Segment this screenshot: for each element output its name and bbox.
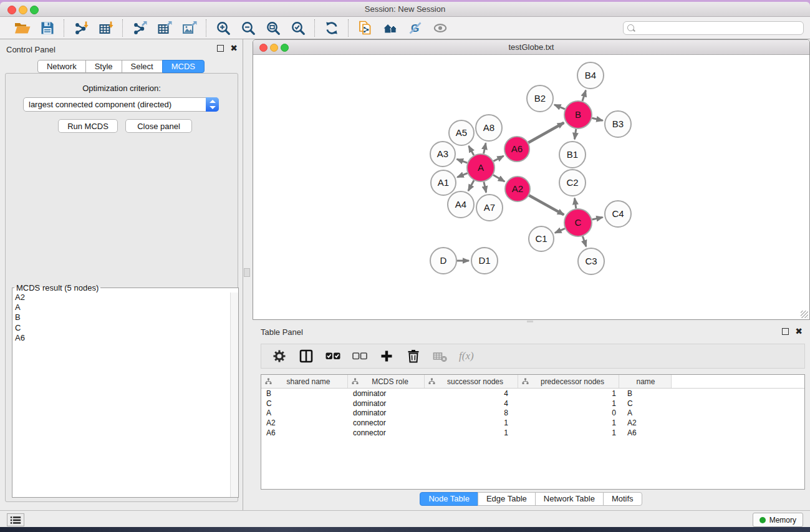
cell-predecessor-nodes[interactable]: 1 <box>518 428 619 437</box>
cell-successor-nodes[interactable]: 1 <box>425 418 518 427</box>
float-table-panel-icon[interactable] <box>782 328 789 335</box>
settings-icon[interactable] <box>271 348 287 364</box>
node-D[interactable]: D <box>430 248 456 274</box>
search-input[interactable] <box>623 21 804 35</box>
export-table-icon[interactable] <box>155 19 175 37</box>
result-item[interactable]: C <box>12 323 238 333</box>
node-B3[interactable]: B3 <box>605 111 631 137</box>
node-A1[interactable]: A1 <box>431 170 456 195</box>
duplicate-network-icon[interactable] <box>355 19 375 37</box>
function-builder-icon[interactable]: f(x) <box>459 348 474 364</box>
edge-C-C1[interactable] <box>555 228 565 233</box>
columns-icon[interactable] <box>298 348 314 364</box>
graphics-details-icon[interactable]: G <box>405 19 425 37</box>
import-table-icon[interactable] <box>96 19 116 37</box>
cell-successor-nodes[interactable]: 1 <box>425 428 518 437</box>
select-all-icon[interactable] <box>325 348 341 364</box>
node-A2[interactable]: A2 <box>505 177 530 201</box>
table-row[interactable]: Bdominator41B <box>261 389 804 399</box>
network-window-titlebar[interactable]: testGlobe.txt <box>253 40 809 55</box>
mcds-result-list[interactable]: A2ABCA6 <box>12 293 238 497</box>
criterion-dropdown[interactable]: largest connected component (directed) <box>23 97 219 112</box>
node-A[interactable]: A <box>467 154 494 181</box>
cell-predecessor-nodes[interactable]: 1 <box>518 399 619 408</box>
cell-shared-name[interactable]: A <box>261 409 348 417</box>
node-A3[interactable]: A3 <box>430 142 455 167</box>
cell-MCDS-role[interactable]: dominator <box>348 409 425 417</box>
result-item[interactable]: A <box>12 302 238 312</box>
split-divider-grip[interactable] <box>244 268 250 277</box>
table-row[interactable]: Cdominator41C <box>261 399 804 409</box>
table-row[interactable]: Adominator80A <box>261 408 804 418</box>
cell-predecessor-nodes[interactable]: 0 <box>518 409 619 417</box>
node-C[interactable]: C <box>564 209 592 236</box>
cell-MCDS-role[interactable]: dominator <box>348 389 425 398</box>
tab-select[interactable]: Select <box>122 60 163 73</box>
cell-name[interactable]: C <box>619 399 672 408</box>
column-header-successor-nodes[interactable]: successor nodes <box>425 375 518 388</box>
tab-edge-table[interactable]: Edge Table <box>478 492 536 506</box>
home-icon[interactable] <box>380 19 400 37</box>
column-header-shared-name[interactable]: shared name <box>261 375 348 388</box>
zoom-in-icon[interactable] <box>213 19 233 37</box>
node-B1[interactable]: B1 <box>559 142 586 168</box>
table-row[interactable]: A2connector11A2 <box>261 418 804 428</box>
export-network-icon[interactable] <box>130 19 150 37</box>
cell-shared-name[interactable]: A6 <box>261 428 348 437</box>
edge-A-A8[interactable] <box>484 143 486 153</box>
refresh-icon[interactable] <box>322 19 342 37</box>
network-graph[interactable]: AA6A2BCB4B2B3B1A5A8A3A1A4A7C2C4C1C3DD1 <box>253 55 809 319</box>
save-session-icon[interactable] <box>37 19 57 37</box>
delete-row-icon[interactable] <box>405 348 422 364</box>
task-history-button[interactable] <box>7 513 24 526</box>
network-canvas[interactable]: AA6A2BCB4B2B3B1A5A8A3A1A4A7C2C4C1C3DD1 <box>253 55 809 319</box>
cell-predecessor-nodes[interactable]: 1 <box>518 418 619 427</box>
open-file-icon[interactable] <box>12 19 32 37</box>
tab-motifs[interactable]: Motifs <box>603 492 642 506</box>
result-item[interactable]: A6 <box>12 333 238 343</box>
node-D1[interactable]: D1 <box>471 248 498 274</box>
edge-A-A7[interactable] <box>484 181 486 192</box>
edge-A-A2[interactable] <box>493 175 504 181</box>
table-row[interactable]: A6connector11A6 <box>261 428 804 438</box>
cell-name[interactable]: B <box>619 389 672 398</box>
node-B4[interactable]: B4 <box>577 62 604 89</box>
edge-A6-B[interactable] <box>528 123 564 143</box>
node-B2[interactable]: B2 <box>527 85 553 112</box>
cell-predecessor-nodes[interactable]: 1 <box>518 389 619 398</box>
cell-MCDS-role[interactable]: dominator <box>348 399 425 408</box>
node-C3[interactable]: C3 <box>578 248 604 274</box>
node-A5[interactable]: A5 <box>449 120 474 145</box>
edge-A-A3[interactable] <box>457 159 468 163</box>
column-header-name[interactable]: name <box>619 375 672 388</box>
edge-A-A5[interactable] <box>469 146 474 155</box>
node-A8[interactable]: A8 <box>476 115 502 141</box>
cell-MCDS-role[interactable]: connector <box>348 418 425 427</box>
result-item[interactable]: A2 <box>12 293 238 302</box>
column-header-predecessor-nodes[interactable]: predecessor nodes <box>518 375 619 388</box>
edge-A2-C[interactable] <box>529 195 564 215</box>
deselect-all-icon[interactable] <box>352 348 368 364</box>
node-C1[interactable]: C1 <box>529 226 554 251</box>
close-table-panel-icon[interactable]: ✖ <box>795 327 803 335</box>
cell-successor-nodes[interactable]: 4 <box>425 399 518 408</box>
cell-name[interactable]: A2 <box>619 418 672 427</box>
float-panel-icon[interactable] <box>217 45 224 52</box>
edge-A-A1[interactable] <box>457 173 467 178</box>
delete-table-icon[interactable] <box>432 348 448 364</box>
cell-name[interactable]: A <box>619 409 672 417</box>
tab-network-table[interactable]: Network Table <box>535 492 604 506</box>
edge-C-C4[interactable] <box>592 217 602 220</box>
close-panel-button[interactable]: Close panel <box>125 119 192 133</box>
zoom-out-icon[interactable] <box>238 19 258 37</box>
window-resize-grip[interactable] <box>801 311 808 318</box>
run-mcds-button[interactable]: Run MCDS <box>58 119 118 133</box>
edge-C-C2[interactable] <box>574 198 576 208</box>
edge-A-A6[interactable] <box>493 156 503 161</box>
cell-shared-name[interactable]: B <box>261 389 348 398</box>
node-A7[interactable]: A7 <box>476 195 503 221</box>
column-header-MCDS-role[interactable]: MCDS role <box>348 375 425 388</box>
eye-icon[interactable] <box>430 19 450 37</box>
export-image-icon[interactable] <box>180 19 200 37</box>
tab-node-table[interactable]: Node Table <box>420 492 478 506</box>
